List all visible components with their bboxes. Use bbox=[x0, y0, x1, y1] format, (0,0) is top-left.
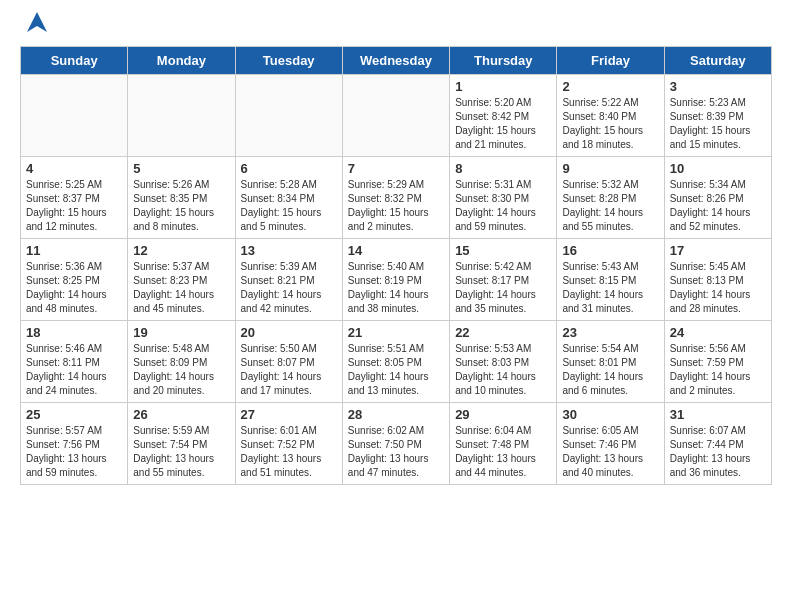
calendar-cell: 14Sunrise: 5:40 AM Sunset: 8:19 PM Dayli… bbox=[342, 239, 449, 321]
day-number: 28 bbox=[348, 407, 444, 422]
day-number: 3 bbox=[670, 79, 766, 94]
calendar-cell: 21Sunrise: 5:51 AM Sunset: 8:05 PM Dayli… bbox=[342, 321, 449, 403]
calendar-cell: 6Sunrise: 5:28 AM Sunset: 8:34 PM Daylig… bbox=[235, 157, 342, 239]
calendar-cell: 5Sunrise: 5:26 AM Sunset: 8:35 PM Daylig… bbox=[128, 157, 235, 239]
calendar-cell: 10Sunrise: 5:34 AM Sunset: 8:26 PM Dayli… bbox=[664, 157, 771, 239]
day-number: 29 bbox=[455, 407, 551, 422]
calendar-cell: 12Sunrise: 5:37 AM Sunset: 8:23 PM Dayli… bbox=[128, 239, 235, 321]
calendar-table: SundayMondayTuesdayWednesdayThursdayFrid… bbox=[20, 46, 772, 485]
calendar-cell: 30Sunrise: 6:05 AM Sunset: 7:46 PM Dayli… bbox=[557, 403, 664, 485]
day-info: Sunrise: 5:50 AM Sunset: 8:07 PM Dayligh… bbox=[241, 342, 337, 398]
day-number: 16 bbox=[562, 243, 658, 258]
day-number: 10 bbox=[670, 161, 766, 176]
calendar-cell: 17Sunrise: 5:45 AM Sunset: 8:13 PM Dayli… bbox=[664, 239, 771, 321]
calendar-cell: 16Sunrise: 5:43 AM Sunset: 8:15 PM Dayli… bbox=[557, 239, 664, 321]
calendar-week-row: 11Sunrise: 5:36 AM Sunset: 8:25 PM Dayli… bbox=[21, 239, 772, 321]
calendar-cell bbox=[342, 75, 449, 157]
day-number: 30 bbox=[562, 407, 658, 422]
calendar-week-row: 25Sunrise: 5:57 AM Sunset: 7:56 PM Dayli… bbox=[21, 403, 772, 485]
calendar-cell: 22Sunrise: 5:53 AM Sunset: 8:03 PM Dayli… bbox=[450, 321, 557, 403]
day-info: Sunrise: 5:53 AM Sunset: 8:03 PM Dayligh… bbox=[455, 342, 551, 398]
page: SundayMondayTuesdayWednesdayThursdayFrid… bbox=[0, 0, 792, 501]
day-info: Sunrise: 5:32 AM Sunset: 8:28 PM Dayligh… bbox=[562, 178, 658, 234]
day-info: Sunrise: 6:02 AM Sunset: 7:50 PM Dayligh… bbox=[348, 424, 444, 480]
day-info: Sunrise: 5:46 AM Sunset: 8:11 PM Dayligh… bbox=[26, 342, 122, 398]
col-header-monday: Monday bbox=[128, 47, 235, 75]
day-info: Sunrise: 5:51 AM Sunset: 8:05 PM Dayligh… bbox=[348, 342, 444, 398]
day-number: 12 bbox=[133, 243, 229, 258]
day-info: Sunrise: 5:22 AM Sunset: 8:40 PM Dayligh… bbox=[562, 96, 658, 152]
day-number: 22 bbox=[455, 325, 551, 340]
calendar-cell bbox=[235, 75, 342, 157]
day-info: Sunrise: 5:48 AM Sunset: 8:09 PM Dayligh… bbox=[133, 342, 229, 398]
day-number: 17 bbox=[670, 243, 766, 258]
day-info: Sunrise: 5:36 AM Sunset: 8:25 PM Dayligh… bbox=[26, 260, 122, 316]
calendar-cell: 27Sunrise: 6:01 AM Sunset: 7:52 PM Dayli… bbox=[235, 403, 342, 485]
calendar-cell: 2Sunrise: 5:22 AM Sunset: 8:40 PM Daylig… bbox=[557, 75, 664, 157]
logo-arrow-icon bbox=[23, 8, 51, 36]
day-number: 20 bbox=[241, 325, 337, 340]
day-info: Sunrise: 5:28 AM Sunset: 8:34 PM Dayligh… bbox=[241, 178, 337, 234]
calendar-cell: 29Sunrise: 6:04 AM Sunset: 7:48 PM Dayli… bbox=[450, 403, 557, 485]
calendar-cell: 20Sunrise: 5:50 AM Sunset: 8:07 PM Dayli… bbox=[235, 321, 342, 403]
header bbox=[20, 16, 772, 36]
day-number: 7 bbox=[348, 161, 444, 176]
calendar-cell: 15Sunrise: 5:42 AM Sunset: 8:17 PM Dayli… bbox=[450, 239, 557, 321]
day-number: 18 bbox=[26, 325, 122, 340]
day-number: 25 bbox=[26, 407, 122, 422]
calendar-cell: 11Sunrise: 5:36 AM Sunset: 8:25 PM Dayli… bbox=[21, 239, 128, 321]
day-number: 2 bbox=[562, 79, 658, 94]
day-number: 21 bbox=[348, 325, 444, 340]
day-info: Sunrise: 5:25 AM Sunset: 8:37 PM Dayligh… bbox=[26, 178, 122, 234]
calendar-cell: 23Sunrise: 5:54 AM Sunset: 8:01 PM Dayli… bbox=[557, 321, 664, 403]
col-header-wednesday: Wednesday bbox=[342, 47, 449, 75]
day-info: Sunrise: 6:04 AM Sunset: 7:48 PM Dayligh… bbox=[455, 424, 551, 480]
day-info: Sunrise: 6:05 AM Sunset: 7:46 PM Dayligh… bbox=[562, 424, 658, 480]
col-header-tuesday: Tuesday bbox=[235, 47, 342, 75]
logo bbox=[20, 16, 51, 36]
calendar-week-row: 4Sunrise: 5:25 AM Sunset: 8:37 PM Daylig… bbox=[21, 157, 772, 239]
day-number: 15 bbox=[455, 243, 551, 258]
day-info: Sunrise: 5:23 AM Sunset: 8:39 PM Dayligh… bbox=[670, 96, 766, 152]
calendar-cell: 24Sunrise: 5:56 AM Sunset: 7:59 PM Dayli… bbox=[664, 321, 771, 403]
day-info: Sunrise: 6:01 AM Sunset: 7:52 PM Dayligh… bbox=[241, 424, 337, 480]
day-info: Sunrise: 5:20 AM Sunset: 8:42 PM Dayligh… bbox=[455, 96, 551, 152]
calendar-cell: 26Sunrise: 5:59 AM Sunset: 7:54 PM Dayli… bbox=[128, 403, 235, 485]
day-info: Sunrise: 5:40 AM Sunset: 8:19 PM Dayligh… bbox=[348, 260, 444, 316]
calendar-cell: 3Sunrise: 5:23 AM Sunset: 8:39 PM Daylig… bbox=[664, 75, 771, 157]
calendar-cell: 4Sunrise: 5:25 AM Sunset: 8:37 PM Daylig… bbox=[21, 157, 128, 239]
day-number: 26 bbox=[133, 407, 229, 422]
day-number: 6 bbox=[241, 161, 337, 176]
day-info: Sunrise: 5:56 AM Sunset: 7:59 PM Dayligh… bbox=[670, 342, 766, 398]
day-number: 5 bbox=[133, 161, 229, 176]
day-number: 13 bbox=[241, 243, 337, 258]
day-info: Sunrise: 5:45 AM Sunset: 8:13 PM Dayligh… bbox=[670, 260, 766, 316]
day-number: 31 bbox=[670, 407, 766, 422]
col-header-friday: Friday bbox=[557, 47, 664, 75]
calendar-cell: 7Sunrise: 5:29 AM Sunset: 8:32 PM Daylig… bbox=[342, 157, 449, 239]
col-header-thursday: Thursday bbox=[450, 47, 557, 75]
day-info: Sunrise: 5:54 AM Sunset: 8:01 PM Dayligh… bbox=[562, 342, 658, 398]
day-number: 11 bbox=[26, 243, 122, 258]
day-number: 27 bbox=[241, 407, 337, 422]
calendar-cell: 1Sunrise: 5:20 AM Sunset: 8:42 PM Daylig… bbox=[450, 75, 557, 157]
calendar-cell: 8Sunrise: 5:31 AM Sunset: 8:30 PM Daylig… bbox=[450, 157, 557, 239]
day-info: Sunrise: 5:26 AM Sunset: 8:35 PM Dayligh… bbox=[133, 178, 229, 234]
col-header-saturday: Saturday bbox=[664, 47, 771, 75]
calendar-week-row: 1Sunrise: 5:20 AM Sunset: 8:42 PM Daylig… bbox=[21, 75, 772, 157]
svg-marker-0 bbox=[27, 12, 47, 32]
day-info: Sunrise: 5:59 AM Sunset: 7:54 PM Dayligh… bbox=[133, 424, 229, 480]
day-number: 14 bbox=[348, 243, 444, 258]
day-info: Sunrise: 5:29 AM Sunset: 8:32 PM Dayligh… bbox=[348, 178, 444, 234]
calendar-cell: 25Sunrise: 5:57 AM Sunset: 7:56 PM Dayli… bbox=[21, 403, 128, 485]
day-number: 1 bbox=[455, 79, 551, 94]
day-info: Sunrise: 5:39 AM Sunset: 8:21 PM Dayligh… bbox=[241, 260, 337, 316]
calendar-week-row: 18Sunrise: 5:46 AM Sunset: 8:11 PM Dayli… bbox=[21, 321, 772, 403]
day-info: Sunrise: 6:07 AM Sunset: 7:44 PM Dayligh… bbox=[670, 424, 766, 480]
col-header-sunday: Sunday bbox=[21, 47, 128, 75]
calendar-cell bbox=[21, 75, 128, 157]
day-number: 19 bbox=[133, 325, 229, 340]
day-number: 24 bbox=[670, 325, 766, 340]
day-number: 8 bbox=[455, 161, 551, 176]
calendar-cell: 18Sunrise: 5:46 AM Sunset: 8:11 PM Dayli… bbox=[21, 321, 128, 403]
